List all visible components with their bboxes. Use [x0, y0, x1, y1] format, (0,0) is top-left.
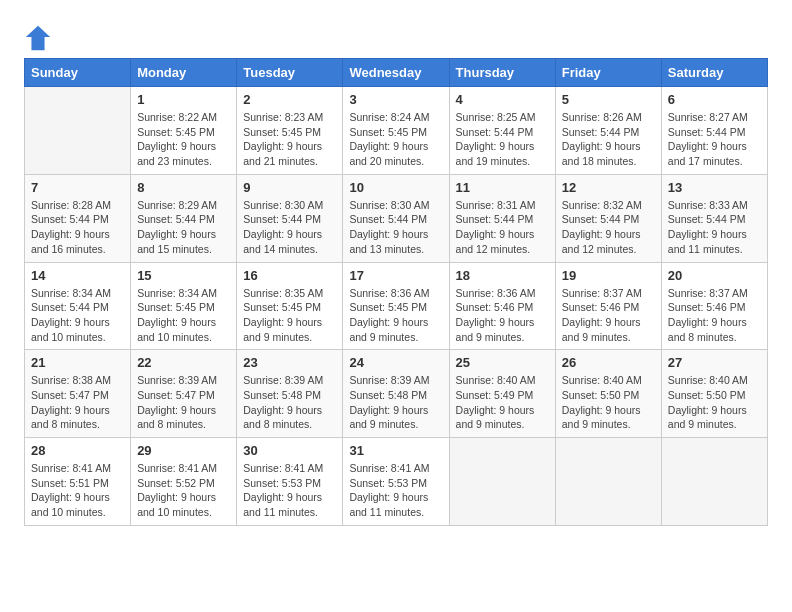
day-cell: 13Sunrise: 8:33 AM Sunset: 5:44 PM Dayli… — [661, 174, 767, 262]
day-info: Sunrise: 8:41 AM Sunset: 5:53 PM Dayligh… — [349, 461, 442, 520]
day-cell: 16Sunrise: 8:35 AM Sunset: 5:45 PM Dayli… — [237, 262, 343, 350]
day-cell: 26Sunrise: 8:40 AM Sunset: 5:50 PM Dayli… — [555, 350, 661, 438]
day-cell: 12Sunrise: 8:32 AM Sunset: 5:44 PM Dayli… — [555, 174, 661, 262]
day-number: 18 — [456, 268, 549, 283]
day-info: Sunrise: 8:36 AM Sunset: 5:45 PM Dayligh… — [349, 286, 442, 345]
day-info: Sunrise: 8:41 AM Sunset: 5:53 PM Dayligh… — [243, 461, 336, 520]
day-info: Sunrise: 8:37 AM Sunset: 5:46 PM Dayligh… — [668, 286, 761, 345]
logo-icon — [24, 24, 52, 52]
day-info: Sunrise: 8:23 AM Sunset: 5:45 PM Dayligh… — [243, 110, 336, 169]
day-cell: 14Sunrise: 8:34 AM Sunset: 5:44 PM Dayli… — [25, 262, 131, 350]
day-cell: 27Sunrise: 8:40 AM Sunset: 5:50 PM Dayli… — [661, 350, 767, 438]
day-number: 2 — [243, 92, 336, 107]
day-number: 8 — [137, 180, 230, 195]
day-number: 21 — [31, 355, 124, 370]
day-info: Sunrise: 8:36 AM Sunset: 5:46 PM Dayligh… — [456, 286, 549, 345]
header-monday: Monday — [131, 59, 237, 87]
page-header — [24, 20, 768, 52]
day-number: 5 — [562, 92, 655, 107]
day-info: Sunrise: 8:34 AM Sunset: 5:44 PM Dayligh… — [31, 286, 124, 345]
header-wednesday: Wednesday — [343, 59, 449, 87]
day-number: 7 — [31, 180, 124, 195]
calendar-header: SundayMondayTuesdayWednesdayThursdayFrid… — [25, 59, 768, 87]
day-number: 30 — [243, 443, 336, 458]
day-number: 22 — [137, 355, 230, 370]
day-number: 16 — [243, 268, 336, 283]
day-number: 31 — [349, 443, 442, 458]
day-cell: 30Sunrise: 8:41 AM Sunset: 5:53 PM Dayli… — [237, 438, 343, 526]
day-cell: 10Sunrise: 8:30 AM Sunset: 5:44 PM Dayli… — [343, 174, 449, 262]
day-info: Sunrise: 8:30 AM Sunset: 5:44 PM Dayligh… — [243, 198, 336, 257]
week-row-5: 28Sunrise: 8:41 AM Sunset: 5:51 PM Dayli… — [25, 438, 768, 526]
day-number: 12 — [562, 180, 655, 195]
day-cell: 5Sunrise: 8:26 AM Sunset: 5:44 PM Daylig… — [555, 87, 661, 175]
day-number: 13 — [668, 180, 761, 195]
day-cell: 20Sunrise: 8:37 AM Sunset: 5:46 PM Dayli… — [661, 262, 767, 350]
day-number: 9 — [243, 180, 336, 195]
day-info: Sunrise: 8:30 AM Sunset: 5:44 PM Dayligh… — [349, 198, 442, 257]
day-info: Sunrise: 8:40 AM Sunset: 5:50 PM Dayligh… — [668, 373, 761, 432]
day-cell: 3Sunrise: 8:24 AM Sunset: 5:45 PM Daylig… — [343, 87, 449, 175]
header-saturday: Saturday — [661, 59, 767, 87]
day-cell: 17Sunrise: 8:36 AM Sunset: 5:45 PM Dayli… — [343, 262, 449, 350]
day-number: 17 — [349, 268, 442, 283]
logo — [24, 24, 56, 52]
day-number: 23 — [243, 355, 336, 370]
day-number: 28 — [31, 443, 124, 458]
header-thursday: Thursday — [449, 59, 555, 87]
day-info: Sunrise: 8:37 AM Sunset: 5:46 PM Dayligh… — [562, 286, 655, 345]
day-info: Sunrise: 8:32 AM Sunset: 5:44 PM Dayligh… — [562, 198, 655, 257]
calendar-table: SundayMondayTuesdayWednesdayThursdayFrid… — [24, 58, 768, 526]
day-info: Sunrise: 8:26 AM Sunset: 5:44 PM Dayligh… — [562, 110, 655, 169]
header-row: SundayMondayTuesdayWednesdayThursdayFrid… — [25, 59, 768, 87]
day-info: Sunrise: 8:29 AM Sunset: 5:44 PM Dayligh… — [137, 198, 230, 257]
day-info: Sunrise: 8:40 AM Sunset: 5:49 PM Dayligh… — [456, 373, 549, 432]
day-info: Sunrise: 8:27 AM Sunset: 5:44 PM Dayligh… — [668, 110, 761, 169]
day-cell: 4Sunrise: 8:25 AM Sunset: 5:44 PM Daylig… — [449, 87, 555, 175]
day-cell: 25Sunrise: 8:40 AM Sunset: 5:49 PM Dayli… — [449, 350, 555, 438]
day-info: Sunrise: 8:41 AM Sunset: 5:51 PM Dayligh… — [31, 461, 124, 520]
svg-marker-0 — [26, 26, 50, 50]
day-info: Sunrise: 8:35 AM Sunset: 5:45 PM Dayligh… — [243, 286, 336, 345]
day-number: 3 — [349, 92, 442, 107]
day-number: 15 — [137, 268, 230, 283]
day-number: 25 — [456, 355, 549, 370]
day-number: 4 — [456, 92, 549, 107]
day-cell: 28Sunrise: 8:41 AM Sunset: 5:51 PM Dayli… — [25, 438, 131, 526]
day-cell: 6Sunrise: 8:27 AM Sunset: 5:44 PM Daylig… — [661, 87, 767, 175]
day-number: 11 — [456, 180, 549, 195]
day-number: 27 — [668, 355, 761, 370]
day-cell: 9Sunrise: 8:30 AM Sunset: 5:44 PM Daylig… — [237, 174, 343, 262]
day-info: Sunrise: 8:39 AM Sunset: 5:48 PM Dayligh… — [349, 373, 442, 432]
day-info: Sunrise: 8:25 AM Sunset: 5:44 PM Dayligh… — [456, 110, 549, 169]
day-number: 26 — [562, 355, 655, 370]
day-cell — [555, 438, 661, 526]
day-info: Sunrise: 8:39 AM Sunset: 5:48 PM Dayligh… — [243, 373, 336, 432]
day-cell: 19Sunrise: 8:37 AM Sunset: 5:46 PM Dayli… — [555, 262, 661, 350]
day-cell — [449, 438, 555, 526]
day-cell — [25, 87, 131, 175]
week-row-2: 7Sunrise: 8:28 AM Sunset: 5:44 PM Daylig… — [25, 174, 768, 262]
day-cell: 15Sunrise: 8:34 AM Sunset: 5:45 PM Dayli… — [131, 262, 237, 350]
week-row-3: 14Sunrise: 8:34 AM Sunset: 5:44 PM Dayli… — [25, 262, 768, 350]
calendar-body: 1Sunrise: 8:22 AM Sunset: 5:45 PM Daylig… — [25, 87, 768, 526]
day-number: 10 — [349, 180, 442, 195]
day-info: Sunrise: 8:28 AM Sunset: 5:44 PM Dayligh… — [31, 198, 124, 257]
day-cell: 18Sunrise: 8:36 AM Sunset: 5:46 PM Dayli… — [449, 262, 555, 350]
day-cell: 24Sunrise: 8:39 AM Sunset: 5:48 PM Dayli… — [343, 350, 449, 438]
day-number: 1 — [137, 92, 230, 107]
day-number: 20 — [668, 268, 761, 283]
day-cell: 1Sunrise: 8:22 AM Sunset: 5:45 PM Daylig… — [131, 87, 237, 175]
day-info: Sunrise: 8:38 AM Sunset: 5:47 PM Dayligh… — [31, 373, 124, 432]
day-cell: 7Sunrise: 8:28 AM Sunset: 5:44 PM Daylig… — [25, 174, 131, 262]
day-cell: 23Sunrise: 8:39 AM Sunset: 5:48 PM Dayli… — [237, 350, 343, 438]
day-info: Sunrise: 8:41 AM Sunset: 5:52 PM Dayligh… — [137, 461, 230, 520]
day-info: Sunrise: 8:24 AM Sunset: 5:45 PM Dayligh… — [349, 110, 442, 169]
day-number: 29 — [137, 443, 230, 458]
week-row-1: 1Sunrise: 8:22 AM Sunset: 5:45 PM Daylig… — [25, 87, 768, 175]
day-number: 6 — [668, 92, 761, 107]
day-number: 14 — [31, 268, 124, 283]
day-info: Sunrise: 8:34 AM Sunset: 5:45 PM Dayligh… — [137, 286, 230, 345]
day-cell: 2Sunrise: 8:23 AM Sunset: 5:45 PM Daylig… — [237, 87, 343, 175]
day-cell: 21Sunrise: 8:38 AM Sunset: 5:47 PM Dayli… — [25, 350, 131, 438]
